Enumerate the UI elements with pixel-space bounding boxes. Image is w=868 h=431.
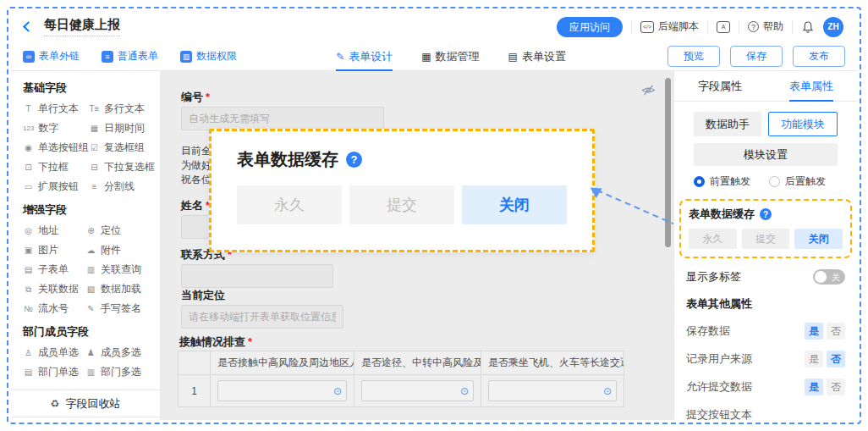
- popup-help-icon[interactable]: ?: [346, 152, 362, 168]
- page-title: 每日健康上报: [44, 17, 120, 36]
- tab-form-external-link[interactable]: ∞ 表单外链: [23, 49, 80, 64]
- table-header-2: 是否途径、中转中高风险及周边...: [354, 351, 481, 375]
- field-item-attachment[interactable]: ☁附件: [85, 240, 148, 260]
- cache-option-permanent[interactable]: 永久: [237, 185, 342, 224]
- field-item-radio-group[interactable]: ◉单选按钮组: [23, 138, 89, 157]
- field-item-multi-dropdown[interactable]: ⊟下拉复选框: [89, 157, 155, 177]
- field-item-dropdown[interactable]: ⊡下拉框: [23, 157, 89, 177]
- recycle-label: 字段回收站: [65, 396, 120, 412]
- radio-selected-icon: [694, 176, 705, 187]
- cache-option-submit[interactable]: 提交: [349, 185, 454, 224]
- field-item-member-multi[interactable]: ♟成员多选: [85, 343, 148, 362]
- panel-cache-submit[interactable]: 提交: [742, 229, 790, 249]
- field-label: 定位: [101, 224, 121, 238]
- form-data-cache-popup: 表单数据缓存 ? 永久 提交 关闭: [209, 129, 595, 252]
- number-field-label: 编号*: [181, 90, 210, 105]
- assistant-icon: A: [717, 21, 730, 33]
- tab-data-permission[interactable]: ▥ 数据权限: [180, 49, 237, 64]
- single-line-text-icon: T: [23, 104, 34, 113]
- field-item-number[interactable]: 123数字: [23, 119, 89, 138]
- field-library-sidebar: 基础字段 T单行文本 T≡多行文本 123数字 ▦日期时间 ◉单选按钮组 ☑复选…: [11, 71, 161, 420]
- help-button[interactable]: ? 帮助: [748, 19, 783, 34]
- cache-option-close[interactable]: 关闭: [462, 185, 567, 224]
- assistant-button[interactable]: A: [717, 21, 730, 33]
- field-item-extend-button[interactable]: ▭扩展按钮: [23, 177, 89, 196]
- preview-button[interactable]: 预览: [667, 46, 720, 67]
- save-button[interactable]: 保存: [730, 46, 783, 67]
- section-basic-fields: 基础字段: [23, 80, 148, 96]
- divider-icon: ≡: [89, 182, 100, 191]
- form-data-cache-section: 表单数据缓存 ? 永久 提交 关闭: [679, 199, 852, 258]
- record-source-yes[interactable]: 是: [805, 351, 823, 367]
- survey-cell-input-2[interactable]: ⊙: [361, 380, 474, 401]
- allow-submit-yes[interactable]: 是: [805, 379, 823, 395]
- tab-form-settings[interactable]: ▤ 表单设置: [508, 42, 566, 71]
- tab-form-design[interactable]: ✎ 表单设计: [336, 42, 393, 71]
- field-item-serial-number[interactable]: №流水号: [23, 299, 85, 318]
- number-input[interactable]: [181, 107, 384, 130]
- app-access-button[interactable]: 应用访问: [557, 17, 623, 37]
- field-label: 部门单选: [38, 365, 79, 379]
- field-item-dept-single[interactable]: ▤部门单选: [23, 362, 85, 382]
- user-avatar[interactable]: ZH: [823, 17, 843, 37]
- divider: [631, 21, 632, 33]
- post-trigger-radio[interactable]: 后置触发: [769, 174, 826, 189]
- panel-cache-close[interactable]: 关闭: [794, 229, 843, 249]
- field-item-data-load[interactable]: ▧数据加载: [85, 279, 148, 299]
- field-label: 单行文本: [38, 102, 79, 116]
- location-input[interactable]: [181, 305, 343, 329]
- multi-tab-toggle[interactable]: 关: [813, 269, 845, 285]
- publish-button[interactable]: 发布: [793, 46, 845, 67]
- notification-bell-icon[interactable]: [801, 20, 815, 34]
- canvas-scrollbar[interactable]: [665, 78, 671, 247]
- field-label: 多行文本: [104, 102, 145, 116]
- survey-cell-input-3[interactable]: ⊙: [488, 380, 617, 401]
- tab-label: 普通表单: [118, 49, 158, 64]
- pre-trigger-radio[interactable]: 前置触发: [694, 174, 750, 189]
- cache-help-icon[interactable]: ?: [760, 208, 772, 220]
- survey-field-label: 接触情况排查*: [179, 334, 252, 350]
- contact-input[interactable]: [181, 264, 333, 288]
- tab-data-management[interactable]: ▦ 数据管理: [421, 42, 479, 71]
- tab-label: 表单外链: [39, 49, 80, 64]
- field-item-subform[interactable]: ▤子表单: [23, 260, 85, 279]
- radio-label: 后置触发: [785, 174, 826, 189]
- field-item-member-single[interactable]: ♙成员单选: [23, 343, 85, 362]
- field-label: 附件: [101, 243, 121, 257]
- allow-submit-no[interactable]: 否: [827, 379, 845, 395]
- subform-icon: ▤: [23, 265, 34, 274]
- field-item-location[interactable]: ⊕定位: [85, 221, 148, 240]
- panel-cache-permanent[interactable]: 永久: [689, 229, 737, 249]
- recycle-icon: ♻: [51, 398, 60, 410]
- field-item-divider-line[interactable]: ≡分割线: [89, 177, 155, 196]
- field-item-related-data[interactable]: ⧉关联数据: [23, 279, 85, 299]
- field-label: 部门多选: [101, 365, 141, 379]
- field-label: 扩展按钮: [38, 180, 79, 194]
- tab-form-properties[interactable]: 表单属性: [766, 71, 857, 101]
- data-assistant-button[interactable]: 数据助手: [694, 112, 761, 136]
- back-icon[interactable]: [23, 21, 34, 32]
- field-item-signature[interactable]: ✎手写签名: [85, 299, 148, 318]
- hide-eye-icon[interactable]: [641, 84, 656, 100]
- field-item-checkbox-group[interactable]: ☑复选框组: [89, 138, 155, 157]
- record-source-no[interactable]: 否: [827, 351, 845, 367]
- function-module-button[interactable]: 功能模块: [768, 112, 838, 136]
- divider: [739, 21, 739, 33]
- save-data-yes[interactable]: 是: [805, 323, 823, 340]
- module-settings-bar[interactable]: 模块设置: [694, 143, 838, 166]
- save-data-no[interactable]: 否: [827, 323, 845, 340]
- field-item-single-line-text[interactable]: T单行文本: [23, 99, 89, 119]
- field-label: 复选框组: [104, 141, 145, 155]
- field-item-dept-multi[interactable]: ▥部门多选: [85, 362, 148, 382]
- field-item-address[interactable]: ◎地址: [23, 221, 85, 240]
- field-recycle-bin[interactable]: ♻ 字段回收站: [11, 390, 160, 417]
- field-label: 成员单选: [38, 345, 79, 360]
- tab-field-properties[interactable]: 字段属性: [674, 71, 766, 101]
- backend-script-button[interactable]: </> 后端脚本: [640, 19, 699, 34]
- field-item-related-query[interactable]: ▥关联查询: [85, 260, 148, 279]
- survey-cell-input-1[interactable]: ⊙: [217, 380, 347, 401]
- tab-normal-form[interactable]: ≡ 普通表单: [102, 49, 158, 64]
- field-item-date-time[interactable]: ▦日期时间: [89, 119, 155, 138]
- field-item-multi-line-text[interactable]: T≡多行文本: [89, 99, 155, 119]
- field-item-image[interactable]: ▣图片: [23, 240, 85, 260]
